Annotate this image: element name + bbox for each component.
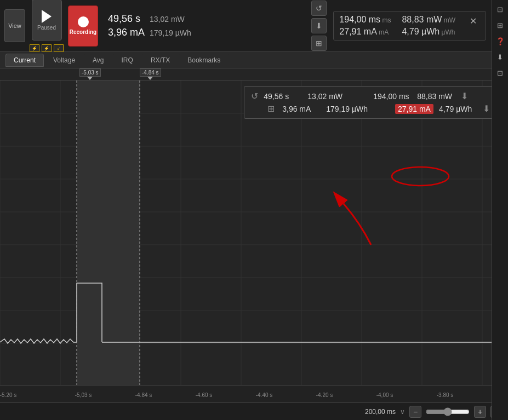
ruler-marker-2-label: -4.84 s [140,68,161,77]
cs-window-current: 27,91 mA [395,104,433,114]
power-value: 13,02 mW [150,15,185,24]
cs-current: 3,96 mA [282,105,321,113]
tab-current[interactable]: Current [5,54,44,67]
window-current-val: 27,91 mA [339,27,376,36]
ruler-marker-1-arrow [87,77,93,80]
sidebar-icon-1[interactable]: ⊡ [494,3,507,16]
paused-label: Paused [37,25,56,31]
view-button[interactable]: View [4,9,25,42]
zoom-slider[interactable] [426,407,470,416]
zoom-in-button[interactable]: + [474,406,486,418]
tab-irq[interactable]: IRQ [113,54,141,67]
tab-rxtx[interactable]: RX/TX [142,54,178,67]
window-power-val: 88,83 mW [402,15,442,24]
window-energy-val: 4,79 µWh [402,27,439,36]
axis-label-1: -5,03 s [75,392,92,398]
chart-stats-row-1: ↺ 49,56 s 13,02 mW 194,00 ms 88,83 mW ⬇ [251,91,490,101]
energy-value: 179,19 µWh [150,28,191,37]
play-button[interactable]: Paused [32,0,62,41]
axis-label-2: -4.84 s [135,392,152,398]
tab-bookmarks[interactable]: Bookmarks [179,54,229,67]
ruler-marker-2-arrow [147,77,153,80]
toolbar: View Paused ⚡ ⚡ ↙ Recording 49,56 s 13,0… [0,0,508,52]
indicator-2: ⚡ [42,44,52,52]
ruler-marker-1-label: -5.03 s [79,68,101,77]
axis-label-0: -5.20 s [0,392,16,398]
svg-rect-1 [77,80,140,385]
zoom-label: 200,00 ms [365,408,396,416]
axis-label-3: -4.60 s [196,392,213,398]
chart-grid [0,80,508,385]
right-sidebar: ⊡ ⊞ ❓ ⬇ ⊡ [492,0,508,420]
download-chart-btn[interactable]: ⬇ [461,91,468,101]
sidebar-icon-5[interactable]: ⊡ [494,66,507,79]
zoom-chevron[interactable]: ∨ [400,408,405,416]
axis-label-5: -4.20 s [316,392,333,398]
chart-stats-overlay: ↺ 49,56 s 13,02 mW 194,00 ms 88,83 mW ⬇ … [244,86,497,119]
axis-label-4: -4.40 s [256,392,273,398]
sidebar-icon-3[interactable]: ❓ [494,34,507,48]
tab-avg[interactable]: Avg [84,54,112,67]
bottom-axis: -5.20 s -5,03 s -4.84 s -4.60 s -4.40 s … [0,385,508,402]
play-icon [42,10,52,23]
tab-voltage[interactable]: Voltage [45,54,83,67]
chart-stats-row-2: ⊞ 3,96 mA 179,19 µWh 27,91 mA 4,79 µWh ⬇ [251,103,490,114]
axis-label-7: -3.80 s [437,392,454,398]
stats-group: 49,56 s 13,02 mW 3,96 mA 179,19 µWh [108,13,191,38]
cs-power: 13,02 mW [307,92,346,101]
indicator-1: ⚡ [30,44,39,52]
bottom-controls: 200,00 ms ∨ − + ↺ [0,402,508,420]
window-time-val: 194,00 ms [339,15,380,24]
svg-rect-0 [0,80,508,385]
download-chart2-btn[interactable]: ⬇ [483,103,490,114]
cs-window-time: 194,00 ms [373,92,412,101]
cs-energy: 179,19 µWh [326,105,368,113]
recording-label: Recording [70,29,96,35]
ruler-marker-2[interactable]: -4.84 s [140,68,161,80]
cs-window-power: 88,83 mW [417,92,455,101]
zoom-out-button[interactable]: − [409,406,421,418]
expand-chart-btn[interactable]: ⊞ [267,103,275,114]
reset-chart-btn[interactable]: ↺ [251,91,258,101]
chart-container[interactable]: ↺ 49,56 s 13,02 mW 194,00 ms 88,83 mW ⬇ … [0,80,508,385]
ruler: -5.03 s -4.84 s [0,68,508,80]
sidebar-icon-4[interactable]: ⬇ [494,50,507,64]
close-panel-button[interactable]: ✕ [466,15,480,37]
download-icon-btn[interactable]: ⬇ [311,18,327,33]
indicator-3: ↙ [54,44,64,52]
tabs-bar: Current Voltage Avg IRQ RX/TX Bookmarks [0,52,508,68]
cs-time: 49,56 s [264,92,302,101]
current-value: 3,96 mA [108,27,146,38]
top-stats-right-panel: 194,00 ms ms 27,91 mA mA 88,83 mW mW 4,7… [333,11,486,41]
recording-button[interactable]: Recording [68,5,98,47]
indicators: ⚡ ⚡ ↙ [30,44,64,52]
cs-window-energy: 4,79 µWh [439,105,477,113]
time-value: 49,56 s [108,13,146,25]
ruler-marker-1[interactable]: -5.03 s [79,68,101,80]
rec-dot [78,16,89,27]
axis-label-6: -4,00 s [376,392,393,398]
expand-icon-btn[interactable]: ⊞ [311,36,327,51]
reset-icon-btn[interactable]: ↺ [311,1,327,16]
sidebar-icon-2[interactable]: ⊞ [494,19,507,32]
main-content: ↺ 49,56 s 13,02 mW 194,00 ms 88,83 mW ⬇ … [0,80,508,402]
